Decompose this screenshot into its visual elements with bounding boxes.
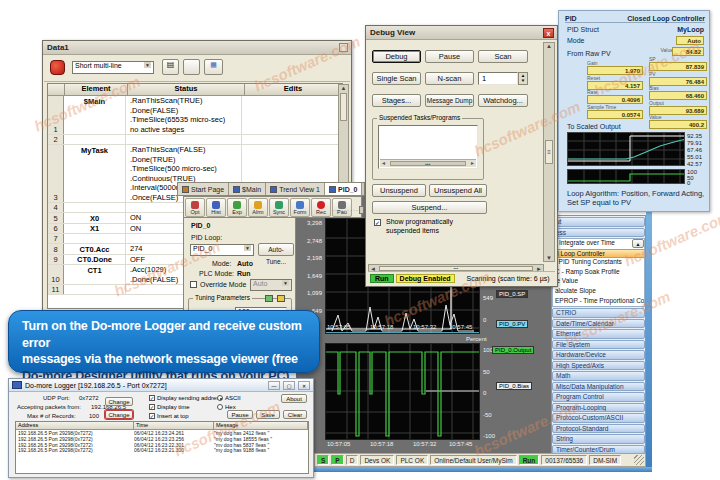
scroll-up-icon[interactable]: ▲ <box>544 43 554 49</box>
palette-instruction-item[interactable]: - Integrate over Time <box>553 239 644 249</box>
scroll-up-icon[interactable]: ▲ <box>339 85 348 91</box>
spinner-arrows-icon[interactable]: ▲▼ <box>518 72 528 85</box>
view-mode-dropdown[interactable]: Short multi-line▼ <box>72 61 154 74</box>
alrm-button[interactable]: Alrm <box>248 198 268 217</box>
n-scan-button[interactable]: N-scan <box>425 72 474 85</box>
scrollbar-thumb[interactable]: ≡ <box>545 140 553 164</box>
palette-category-file-system[interactable]: File System <box>552 340 645 350</box>
format-grid-button[interactable]: ▦ <box>204 59 223 75</box>
element-cell[interactable] <box>64 203 126 212</box>
logger-checkbox-display-sending-address[interactable]: ✓Display sending address <box>149 395 222 401</box>
logger-checkbox-display-time[interactable]: ✓Display time <box>149 404 190 410</box>
sync-button[interactable]: Sync <box>269 198 289 217</box>
suspend-button[interactable]: Suspend... <box>372 201 487 214</box>
message-dump-button[interactable]: Message Dump <box>425 94 474 107</box>
element-cell[interactable]: CT1 <box>64 265 126 284</box>
column-header-element[interactable]: Element <box>65 84 128 95</box>
palette-instruction-item[interactable]: le Value <box>553 277 644 287</box>
element-cell[interactable]: MyTask <box>64 145 126 202</box>
palette-category-date-time-calendar[interactable]: Date/Time/Calendar <box>552 319 645 329</box>
palette-category-bar[interactable]: ut <box>552 217 645 227</box>
tab-pid-0[interactable]: PID_0 <box>325 183 362 195</box>
change-port-button[interactable]: Change <box>105 397 133 406</box>
pid-parameter-value[interactable]: 1.970 <box>587 66 643 75</box>
scrollbar-thumb[interactable]: ▪▪▪ <box>390 161 466 166</box>
logger-column-message[interactable]: Message <box>214 422 308 429</box>
element-cell[interactable]: CT0.Done <box>64 255 126 265</box>
element-cell[interactable] <box>64 285 126 294</box>
debug-button[interactable]: Debug <box>372 50 421 63</box>
pid-parameter-value[interactable]: 68.460 <box>649 91 707 100</box>
n-scan-count-input[interactable]: 1 <box>478 72 518 85</box>
pen-badge-bias[interactable]: PID_0.Bias <box>496 382 532 390</box>
clear-log-button[interactable]: Clear <box>283 410 307 419</box>
debug-vertical-scrollbar[interactable]: ▲ ≡ ▼ <box>543 42 555 262</box>
element-cell[interactable]: X1 <box>64 224 126 234</box>
palette-category-math[interactable]: Math <box>552 371 645 381</box>
stages-button[interactable]: Stages... <box>372 94 421 107</box>
exp-button[interactable]: Exp <box>227 198 247 217</box>
pid-top-value[interactable]: 84.82 <box>672 47 704 56</box>
scrollbar-thumb[interactable] <box>340 93 347 121</box>
palette-instruction-item[interactable]: EPROP - Time Proportional Control <box>553 297 644 307</box>
element-cell[interactable]: CT0.Acc <box>64 244 126 254</box>
data1-window-button[interactable] <box>339 43 348 52</box>
show-suspended-checkbox[interactable]: ✓ <box>374 219 381 226</box>
pen-badge-sp[interactable]: PID_0.SP <box>496 290 528 298</box>
radio-ascii[interactable]: ASCII <box>217 395 241 401</box>
palette-instruction-item[interactable]: C - Ramp Soak Profile <box>553 268 644 278</box>
pen-badge-output[interactable]: PID_0.Output <box>492 346 534 354</box>
element-cell[interactable] <box>64 135 126 144</box>
palette-category-high-speed-axis[interactable]: High Speed/Axis <box>552 361 645 371</box>
save-log-button[interactable]: Save <box>256 410 280 419</box>
pid-mode-value[interactable]: Auto <box>676 36 704 45</box>
logger-titlebar[interactable]: Do-more Logger [192.168.26.5 - Port 0x72… <box>9 379 313 392</box>
close-icon[interactable]: x <box>543 28 554 38</box>
column-header-edits[interactable]: Edits <box>245 84 342 95</box>
suspended-tasks-listbox[interactable]: ◄ ▪▪▪ ► <box>378 125 478 169</box>
change-records-button[interactable]: Change <box>105 410 133 419</box>
tab-start-page[interactable]: Start Page <box>178 183 229 195</box>
trend-speed-slider[interactable]: ·········─ <box>332 206 369 214</box>
loop-dropdown[interactable]: PID_0▼ <box>190 244 254 256</box>
pid-parameter-value[interactable]: 0.4096 <box>587 95 643 104</box>
hist-button[interactable]: Hist <box>206 198 226 217</box>
form-button[interactable]: Form <box>290 198 310 217</box>
status-cell[interactable] <box>126 135 242 144</box>
logger-row[interactable]: 192.168.26.5 Port 29298(0x7272)06/04/12 … <box>16 447 308 453</box>
tuning-save-icon[interactable] <box>265 295 273 302</box>
resize-grip[interactable] <box>634 455 644 465</box>
palette-category-misc-data-manipulation[interactable]: Misc/Data Manipulation <box>552 382 645 392</box>
palette-category-protocol-custom-ascii[interactable]: Protocol-Custom/ASCII <box>552 413 645 423</box>
override-mode-checkbox[interactable] <box>190 281 197 288</box>
status-mode-icon[interactable] <box>50 60 65 75</box>
pen-badge-pv[interactable]: PID_0.PV <box>496 320 528 328</box>
data1-titlebar[interactable]: Data1 <box>43 41 351 55</box>
palette-category-protocol-standard[interactable]: Protocol-Standard <box>552 424 645 434</box>
palette-scroll-up-button[interactable]: ▲ <box>632 239 644 248</box>
pause-log-button[interactable]: Pause <box>227 410 253 419</box>
palette-instruction-item[interactable]: d Loop Controller <box>553 249 644 259</box>
element-cell[interactable]: X0 <box>64 213 126 223</box>
tab-trend-view-1[interactable]: Trend View 1 <box>266 183 325 195</box>
edits-cell[interactable] <box>242 96 342 134</box>
tab--main[interactable]: $Main <box>229 183 266 195</box>
about-button[interactable]: About <box>281 394 307 403</box>
listbox-horizontal-scrollbar[interactable]: ◄ ▪▪▪ ► <box>380 159 476 167</box>
new-sheet-button[interactable]: ▤ <box>162 59 179 75</box>
tuning-load-icon[interactable] <box>277 295 285 302</box>
palette-category-hardware-device[interactable]: Hardware/Device <box>552 350 645 360</box>
edits-cell[interactable] <box>242 135 342 144</box>
palette-instruction-item[interactable]: t PID Tuning Constants <box>553 258 644 268</box>
watchdog-button[interactable]: Watchdog... <box>478 94 528 107</box>
pid-parameter-value[interactable]: 0.0574 <box>587 110 643 119</box>
unsuspend-button[interactable]: Unsuspend <box>372 184 426 197</box>
rec-button[interactable]: Rec <box>311 198 331 217</box>
override-mode-dropdown[interactable]: Auto▼ <box>250 279 292 291</box>
logger-column-time[interactable]: Time <box>134 422 214 429</box>
scroll-down-icon[interactable]: ▼ <box>544 255 554 261</box>
scan-button[interactable]: Scan <box>478 50 528 63</box>
pid-parameter-value[interactable]: 400.2 <box>649 120 707 129</box>
logger-column-address[interactable]: Address <box>16 422 134 429</box>
minimize-icon[interactable]: — <box>268 381 280 390</box>
